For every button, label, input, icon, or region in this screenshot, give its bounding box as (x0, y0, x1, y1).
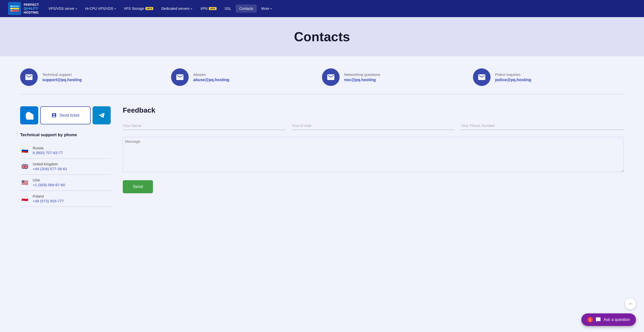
send-ticket-button[interactable]: Send ticket (40, 106, 91, 124)
name-input[interactable] (123, 121, 286, 130)
left-panel: Send ticket Technical support by phone 🇷… (20, 106, 111, 207)
phone-number-russia[interactable]: 8 (800) 707-83-77 (33, 151, 63, 155)
phone-item-russia: 🇷🇺 Russia 8 (800) 707-83-77 (20, 143, 111, 159)
send-ticket-label: Send ticket (59, 113, 79, 118)
nav-item-ssl[interactable]: SSL (221, 5, 235, 13)
contact-card-technical: Technical support support@pq.hosting (20, 68, 171, 86)
message-textarea[interactable] (123, 137, 624, 172)
phone-item-usa: 🇺🇸 USA +1 (929) 566-67-60 (20, 175, 111, 191)
chevron-down-icon: ▾ (191, 7, 192, 10)
phone-item-uk: 🇬🇧 United Kingdom +44 (204) 577-36-61 (20, 159, 111, 175)
page-title: Contacts (0, 29, 644, 44)
envelope-icon-networking (322, 68, 340, 86)
nav-item-vps-vds[interactable]: VPS/VDS server ▾ (45, 5, 80, 13)
phone-section: Technical support by phone 🇷🇺 Russia 8 (… (20, 132, 111, 207)
nav-item-contacts[interactable]: Contacts (236, 5, 257, 13)
contact-label-technical: Technical support (42, 72, 82, 77)
new-badge: NEW (145, 7, 153, 10)
phone-number-poland[interactable]: +48 (573) 503-777 (33, 199, 64, 203)
logo[interactable]: PERFECTQUALITYHOSTING (8, 2, 39, 15)
ask-question-button[interactable]: 1 Ask a question (581, 313, 636, 326)
feedback-panel: Feedback Send (123, 106, 624, 207)
phone-number-uk[interactable]: +44 (204) 577-36-61 (33, 167, 67, 171)
scroll-to-top-button[interactable] (625, 298, 636, 309)
skype-button[interactable] (20, 106, 38, 124)
nav-item-more[interactable]: More ▾ (258, 5, 275, 13)
action-buttons: Send ticket (20, 106, 111, 124)
logo-text: PERFECTQUALITYHOSTING (24, 3, 39, 15)
nav-item-hi-cpu[interactable]: Hi-CPU VPS/VDS ▾ (82, 5, 119, 13)
form-row-top (123, 121, 624, 130)
phone-section-title: Technical support by phone (20, 132, 111, 137)
country-russia: Russia (33, 146, 63, 150)
country-uk: United Kingdom (33, 162, 67, 166)
contact-card-networking: Networking questions noc@pq.hosting (322, 68, 473, 86)
flag-russia: 🇷🇺 (20, 148, 29, 154)
ask-question-label: Ask a question (603, 317, 630, 322)
chevron-down-icon: ▾ (114, 7, 116, 10)
svg-point-4 (11, 8, 12, 9)
phone-input[interactable] (461, 121, 624, 130)
contact-label-networking: Networking questions (344, 72, 380, 77)
country-poland: Poland (33, 194, 64, 198)
phone-number-usa[interactable]: +1 (929) 566-67-60 (33, 183, 65, 187)
contact-label-police: Police inquiries (495, 72, 531, 77)
nav-item-dedicated[interactable]: Dedicated servers ▾ (158, 5, 196, 13)
bottom-section: Send ticket Technical support by phone 🇷… (20, 106, 624, 207)
new-badge-vpn: NEW (209, 7, 217, 10)
envelope-icon-abuses (171, 68, 189, 86)
page-header: Contacts (0, 17, 644, 56)
nav-item-vps-storage[interactable]: VPS Storage NEW (120, 5, 157, 13)
feedback-title: Feedback (123, 106, 624, 114)
envelope-icon (20, 68, 38, 86)
navbar: PERFECTQUALITYHOSTING VPS/VDS server ▾ H… (0, 0, 644, 17)
envelope-icon-police (473, 68, 491, 86)
send-button[interactable]: Send (123, 180, 153, 193)
phone-list: 🇷🇺 Russia 8 (800) 707-83-77 🇬🇧 United Ki… (20, 143, 111, 207)
contact-email-technical[interactable]: support@pq.hosting (42, 78, 82, 82)
form-field-name (123, 121, 286, 130)
contact-email-abuses[interactable]: abuse@pq.hosting (193, 78, 229, 82)
contact-email-police[interactable]: police@pq.hosting (495, 78, 531, 82)
nav-items: VPS/VDS server ▾ Hi-CPU VPS/VDS ▾ VPS St… (45, 5, 636, 13)
main-content: Technical support support@pq.hosting Abu… (0, 56, 644, 332)
chevron-down-icon: ▾ (270, 7, 272, 10)
ask-badge: 1 (587, 317, 593, 322)
logo-icon (8, 2, 21, 15)
contact-card-police: Police inquiries police@pq.hosting (473, 68, 624, 86)
svg-point-3 (11, 6, 12, 7)
svg-point-5 (11, 10, 12, 11)
country-usa: USA (33, 178, 65, 182)
chevron-down-icon: ▾ (76, 7, 77, 10)
email-input[interactable] (292, 121, 455, 130)
contact-cards: Technical support support@pq.hosting Abu… (20, 68, 624, 94)
flag-uk: 🇬🇧 (20, 164, 29, 170)
telegram-button[interactable] (93, 106, 111, 124)
phone-item-poland: 🇵🇱 Poland +48 (573) 503-777 (20, 191, 111, 207)
contact-card-abuses: Abuses abuse@pq.hosting (171, 68, 322, 86)
form-field-email (292, 121, 455, 130)
contact-label-abuses: Abuses (193, 72, 229, 77)
nav-item-vpn[interactable]: VPN NEW (197, 5, 220, 13)
flag-poland: 🇵🇱 (20, 196, 29, 202)
flag-usa: 🇺🇸 (20, 180, 29, 186)
contact-email-networking[interactable]: noc@pq.hosting (344, 78, 380, 82)
form-field-phone (461, 121, 624, 130)
